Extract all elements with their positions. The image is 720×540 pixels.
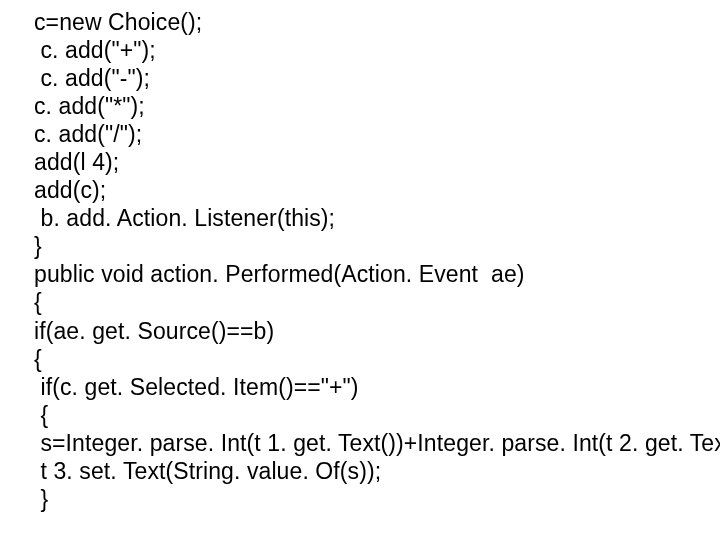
code-snippet: c=new Choice(); c. add("+"); c. add("-")… — [0, 0, 720, 513]
